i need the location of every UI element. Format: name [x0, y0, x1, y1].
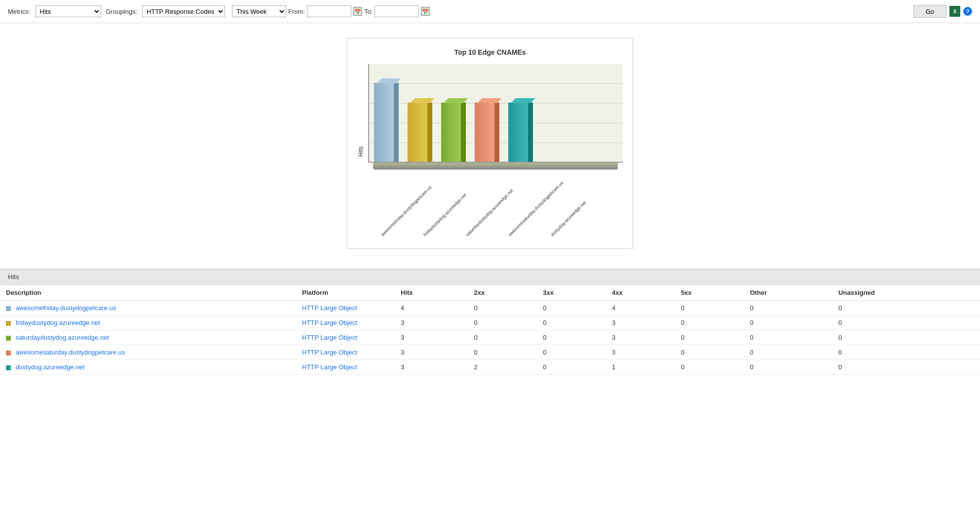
description-link[interactable]: saturdaydustydog.azureedge.net [16, 334, 109, 341]
bar-labels-row: awesomefriday.dustydogpetcare.usfridaydu… [368, 170, 623, 239]
bar-label-4: dustydog.azureedge.net [550, 200, 587, 237]
table-row: awesomesaturday.dustydogpetcare.us HTTP … [0, 345, 980, 360]
table-header-row: Description Platform Hits 2xx 3xx 4xx 5x… [0, 285, 980, 301]
bar-label-2: saturdaydustydog.azureedge.net [465, 188, 514, 237]
cell-unassigned: 0 [832, 330, 980, 345]
col-other: Other [744, 285, 832, 301]
cell-3xx: 0 [537, 360, 606, 375]
cell-2xx: 2 [468, 360, 537, 375]
chart-area: Hits awesomefriday.dustydogpetcare.usfri… [357, 64, 623, 239]
col-unassigned: Unassigned [832, 285, 980, 301]
cell-unassigned: 0 [832, 360, 980, 375]
cell-platform: HTTP Large Object [296, 330, 395, 345]
cell-other: 0 [744, 360, 832, 375]
chart-container: Top 10 Edge CNAMEs Hits awesomefriday.du… [0, 23, 980, 259]
cell-platform: HTTP Large Object [296, 345, 395, 360]
description-link[interactable]: dustydog.azureedge.net [16, 363, 85, 371]
table-row: dustydog.azureedge.net HTTP Large Object… [0, 360, 980, 375]
from-label: From: [288, 8, 305, 15]
platform-link[interactable]: HTTP Large Object [302, 319, 357, 326]
chart-box: Top 10 Edge CNAMEs Hits awesomefriday.du… [347, 38, 633, 249]
col-3xx: 3xx [537, 285, 606, 301]
chart-y-label: Hits [357, 146, 364, 157]
to-calendar-icon[interactable]: 📅 [421, 7, 430, 16]
table-row: awesomefriday.dustydogpetcare.us HTTP La… [0, 301, 980, 316]
bar-2 [441, 103, 466, 162]
excel-icon[interactable]: X [949, 6, 960, 17]
cell-other: 0 [744, 301, 832, 316]
date-preset-select[interactable]: This Week Last Week Last 30 Days Custom [232, 5, 286, 17]
data-table: Description Platform Hits 2xx 3xx 4xx 5x… [0, 285, 980, 375]
cell-3xx: 0 [537, 301, 606, 316]
platform-link[interactable]: HTTP Large Object [302, 363, 357, 371]
description-link[interactable]: fridaydustydog.azureedge.net [16, 319, 100, 326]
col-hits: Hits [395, 285, 468, 301]
cell-platform: HTTP Large Object [296, 316, 395, 330]
cell-other: 0 [744, 316, 832, 330]
cell-hits: 3 [395, 360, 468, 375]
cell-2xx: 0 [468, 316, 537, 330]
cell-hits: 4 [395, 301, 468, 316]
color-swatch [6, 321, 11, 326]
table-section: Hits Description Platform Hits 2xx 3xx 4… [0, 269, 980, 375]
cell-4xx: 1 [606, 360, 675, 375]
cell-5xx: 0 [675, 345, 744, 360]
color-swatch [6, 336, 11, 341]
bar-0 [374, 83, 399, 162]
from-calendar-icon[interactable]: 📅 [353, 7, 362, 16]
description-link[interactable]: awesomesaturday.dustydogpetcare.us [16, 349, 125, 356]
table-row: fridaydustydog.azureedge.net HTTP Large … [0, 316, 980, 330]
platform-link[interactable]: HTTP Large Object [302, 349, 357, 356]
platform-link[interactable]: HTTP Large Object [302, 334, 357, 341]
cell-description: awesomesaturday.dustydogpetcare.us [0, 345, 296, 360]
to-label: To: [364, 8, 373, 15]
color-swatch [6, 351, 11, 355]
col-platform: Platform [296, 285, 395, 301]
go-button[interactable]: Go [913, 5, 946, 18]
cell-4xx: 3 [606, 345, 675, 360]
cell-hits: 3 [395, 316, 468, 330]
cell-4xx: 3 [606, 316, 675, 330]
table-row: saturdaydustydog.azureedge.net HTTP Larg… [0, 330, 980, 345]
col-4xx: 4xx [606, 285, 675, 301]
cell-5xx: 0 [675, 360, 744, 375]
col-description: Description [0, 285, 296, 301]
cell-platform: HTTP Large Object [296, 301, 395, 316]
cell-hits: 3 [395, 330, 468, 345]
cell-2xx: 0 [468, 345, 537, 360]
bar-label-1: fridaydustydog.azureedge.net [422, 192, 467, 237]
help-icon[interactable]: ? [963, 7, 972, 16]
cell-4xx: 4 [606, 301, 675, 316]
chart-title: Top 10 Edge CNAMEs [357, 48, 623, 56]
bar-4 [508, 103, 533, 162]
cell-unassigned: 0 [832, 345, 980, 360]
cell-3xx: 0 [537, 316, 606, 330]
cell-2xx: 0 [468, 301, 537, 316]
bar-label-0: awesomefriday.dustydogpetcare.us [380, 184, 433, 237]
to-date-input[interactable]: 2017-10-17 [375, 5, 419, 17]
chart-plot [368, 64, 623, 163]
platform-link[interactable]: HTTP Large Object [302, 304, 357, 312]
groupings-select[interactable]: HTTP Response Codes Platform Country [142, 5, 225, 17]
bar-1 [408, 103, 432, 162]
cell-platform: HTTP Large Object [296, 360, 395, 375]
cell-hits: 3 [395, 345, 468, 360]
cell-5xx: 0 [675, 301, 744, 316]
chart-floor [373, 163, 618, 170]
groupings-label: Groupings: [106, 8, 138, 15]
cell-description: saturdaydustydog.azureedge.net [0, 330, 296, 345]
cell-other: 0 [744, 345, 832, 360]
col-2xx: 2xx [468, 285, 537, 301]
cell-description: fridaydustydog.azureedge.net [0, 316, 296, 330]
metrics-select[interactable]: Hits Bytes Transferred Cache Hit Ratio [36, 5, 101, 17]
cell-description: dustydog.azureedge.net [0, 360, 296, 375]
from-date-input[interactable]: 2017-10-11 [307, 5, 351, 17]
cell-5xx: 0 [675, 330, 744, 345]
description-link[interactable]: awesomefriday.dustydogpetcare.us [16, 304, 116, 312]
cell-description: awesomefriday.dustydogpetcare.us [0, 301, 296, 316]
cell-unassigned: 0 [832, 301, 980, 316]
cell-other: 0 [744, 330, 832, 345]
toolbar: Metrics: Hits Bytes Transferred Cache Hi… [0, 0, 980, 23]
cell-unassigned: 0 [832, 316, 980, 330]
cell-5xx: 0 [675, 316, 744, 330]
